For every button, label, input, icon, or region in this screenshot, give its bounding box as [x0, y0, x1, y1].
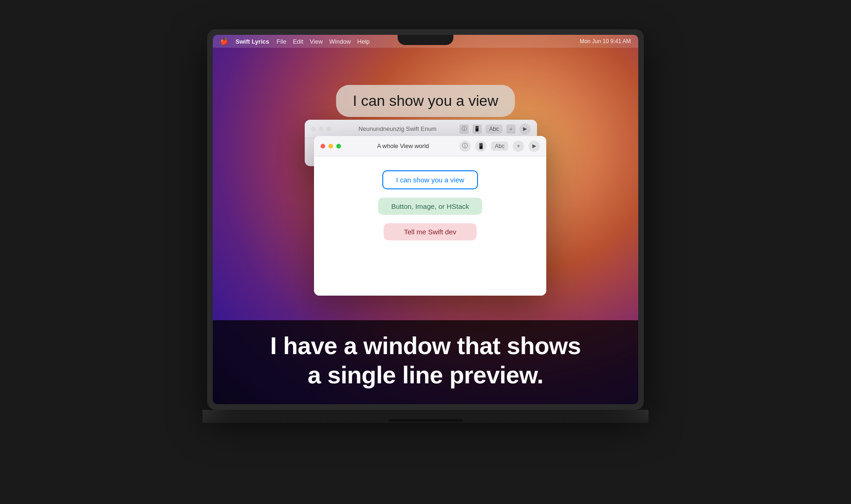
fg-window-toolbar-info[interactable]: ⓘ	[459, 141, 471, 152]
fg-window-dot-green[interactable]	[336, 144, 341, 149]
bg-window-toolbar-info[interactable]: ⓘ	[459, 124, 469, 134]
apple-logo-icon: 🍎	[220, 38, 228, 45]
bg-window-toolbar-device[interactable]: 📱	[472, 124, 482, 134]
fg-window-dot-yellow[interactable]	[328, 144, 333, 149]
menubar-right: Mon Jun 10 9:41 AM	[580, 38, 631, 45]
fg-window[interactable]: A whole View world ⓘ 📱 Abc + ▶ I can sho…	[314, 136, 546, 296]
preview-button-swift-dev[interactable]: Tell me Swift dev	[384, 223, 477, 240]
bg-window-toolbar-play[interactable]: ▶	[519, 123, 530, 135]
bottom-subtitle-line1: I have a window that shows	[270, 332, 581, 359]
bg-window-toolbar: ⓘ 📱 Abc + ▶	[459, 123, 530, 135]
bg-window-titlebar: Neunundneunzig Swift Enum ⓘ 📱 Abc + ▶	[305, 120, 537, 138]
menubar-app-name: Swift Lyrics	[236, 38, 269, 45]
fg-window-toolbar-device[interactable]: 📱	[475, 141, 486, 152]
fg-window-title: A whole View world	[347, 142, 459, 149]
fg-window-dot-red[interactable]	[321, 144, 325, 149]
screen-bezel: 🍎 Swift Lyrics File Edit View Window Hel…	[207, 29, 644, 410]
wallpaper: 🍎 Swift Lyrics File Edit View Window Hel…	[213, 35, 638, 404]
fg-window-content: I can show you a view Button, Image, or …	[314, 156, 546, 296]
bg-window-dot-red	[311, 127, 316, 131]
fg-window-toolbar-play[interactable]: ▶	[529, 141, 540, 152]
bg-window-toolbar-abc[interactable]: Abc	[485, 124, 503, 134]
menubar-clock: Mon Jun 10 9:41 AM	[580, 38, 631, 45]
fg-window-toolbar-add[interactable]: +	[513, 141, 524, 152]
menubar-window[interactable]: Window	[329, 38, 351, 45]
menubar-help[interactable]: Help	[357, 38, 370, 45]
menubar-edit[interactable]: Edit	[293, 38, 303, 45]
bottom-subtitle: I have a window that shows a single line…	[213, 320, 638, 404]
menubar-items: File Edit View Window Help	[276, 38, 369, 45]
laptop-hinge	[388, 419, 463, 422]
subtitle-bubble: I can show you a view	[336, 85, 515, 117]
menubar-file[interactable]: File	[276, 38, 286, 45]
screen: 🍎 Swift Lyrics File Edit View Window Hel…	[213, 35, 638, 404]
fg-window-titlebar: A whole View world ⓘ 📱 Abc + ▶	[314, 136, 546, 156]
fg-window-toolbar-abc[interactable]: Abc	[491, 142, 508, 151]
menubar-left: 🍎 Swift Lyrics File Edit View Window Hel…	[220, 38, 370, 45]
subtitle-bubble-text: I can show you a view	[353, 92, 498, 109]
bg-window-dots	[311, 127, 331, 131]
bg-window-dot-green	[326, 127, 331, 131]
bottom-subtitle-line2: a single line preview.	[308, 362, 543, 388]
fg-window-dots	[321, 144, 341, 149]
laptop: 🍎 Swift Lyrics File Edit View Window Hel…	[203, 29, 648, 475]
camera-notch	[398, 35, 453, 45]
preview-button-view[interactable]: I can show you a view	[382, 170, 478, 189]
menubar-view[interactable]: View	[310, 38, 323, 45]
bg-window-dot-yellow	[319, 127, 323, 131]
bottom-subtitle-text: I have a window that shows a single line…	[241, 331, 610, 389]
content-area: I can show you a view Neunundneunzig Swi…	[213, 48, 638, 404]
preview-button-button-image[interactable]: Button, Image, or HStack	[378, 198, 482, 215]
laptop-base	[203, 410, 648, 423]
bg-window-title: Neunundneunzig Swift Enum	[335, 125, 459, 132]
fg-window-toolbar: ⓘ 📱 Abc + ▶	[459, 141, 540, 152]
bg-window-toolbar-add[interactable]: +	[506, 124, 516, 134]
